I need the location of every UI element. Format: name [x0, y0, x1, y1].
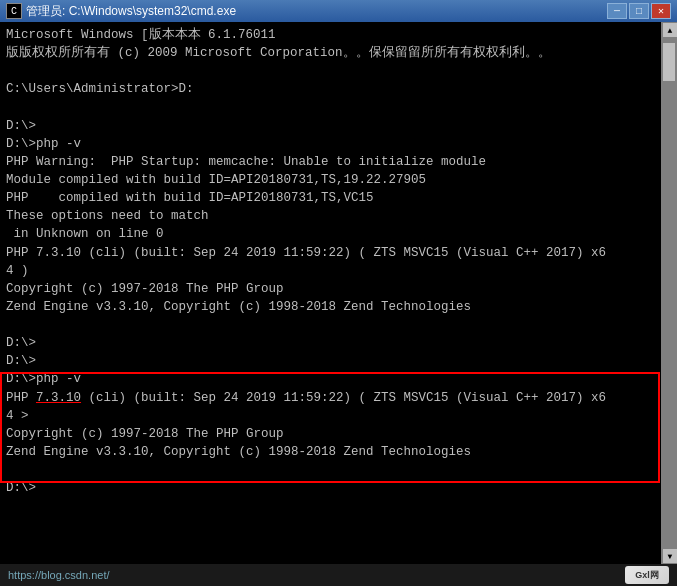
watermark-url: https://blog.csdn.net/: [8, 569, 110, 581]
cmd-content[interactable]: Microsoft Windows [版本本本 6.1.76011 版版权权所所…: [0, 22, 661, 564]
cmd-wrapper: Microsoft Windows [版本本本 6.1.76011 版版权权所所…: [0, 22, 677, 564]
close-button[interactable]: ✕: [651, 3, 671, 19]
scroll-track[interactable]: [662, 38, 677, 548]
title-bar-text: 管理员: C:\Windows\system32\cmd.exe: [26, 3, 607, 20]
watermark-logo: Gxl网: [625, 566, 669, 584]
minimize-button[interactable]: ─: [607, 3, 627, 19]
title-bar: C 管理员: C:\Windows\system32\cmd.exe ─ □ ✕: [0, 0, 677, 22]
maximize-button[interactable]: □: [629, 3, 649, 19]
title-bar-icon: C: [6, 3, 22, 19]
scroll-up-button[interactable]: ▲: [662, 22, 677, 38]
watermark-bar: https://blog.csdn.net/ Gxl网: [0, 564, 677, 586]
scrollbar: ▲ ▼: [661, 22, 677, 564]
scroll-thumb[interactable]: [662, 42, 676, 82]
scroll-down-button[interactable]: ▼: [662, 548, 677, 564]
title-bar-buttons: ─ □ ✕: [607, 3, 671, 19]
